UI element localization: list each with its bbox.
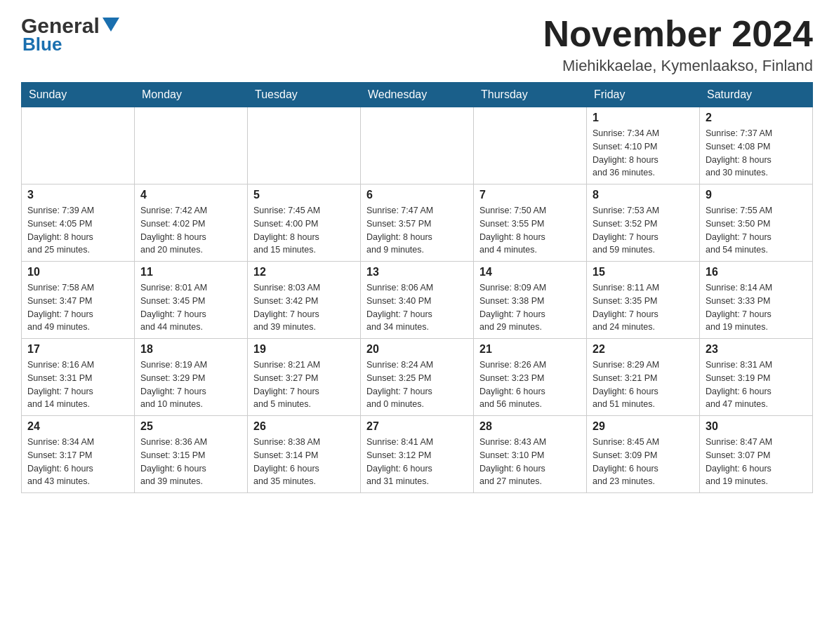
calendar-day-5-1: 24Sunrise: 8:34 AM Sunset: 3:17 PM Dayli… [22, 416, 135, 493]
day-info: Sunrise: 8:24 AM Sunset: 3:25 PM Dayligh… [366, 358, 468, 411]
day-number: 7 [479, 189, 581, 201]
calendar-week-2: 3Sunrise: 7:39 AM Sunset: 4:05 PM Daylig… [22, 185, 813, 262]
calendar-day-4-6: 22Sunrise: 8:29 AM Sunset: 3:21 PM Dayli… [587, 339, 700, 416]
day-number: 20 [366, 343, 468, 356]
day-info: Sunrise: 8:29 AM Sunset: 3:21 PM Dayligh… [593, 358, 694, 411]
page-header: General Blue November 2024 Miehikkaelae,… [21, 14, 813, 75]
calendar-day-3-4: 13Sunrise: 8:06 AM Sunset: 3:40 PM Dayli… [361, 262, 474, 339]
day-info: Sunrise: 7:39 AM Sunset: 4:05 PM Dayligh… [27, 204, 128, 257]
col-sunday: Sunday [22, 83, 135, 107]
day-number: 28 [479, 420, 581, 433]
logo-triangle-icon [101, 15, 121, 34]
calendar-week-5: 24Sunrise: 8:34 AM Sunset: 3:17 PM Dayli… [22, 416, 813, 493]
day-info: Sunrise: 8:31 AM Sunset: 3:19 PM Dayligh… [706, 358, 807, 411]
calendar-day-3-3: 12Sunrise: 8:03 AM Sunset: 3:42 PM Dayli… [248, 262, 361, 339]
day-info: Sunrise: 7:47 AM Sunset: 3:57 PM Dayligh… [366, 204, 468, 257]
calendar-week-4: 17Sunrise: 8:16 AM Sunset: 3:31 PM Dayli… [22, 339, 813, 416]
col-wednesday: Wednesday [361, 83, 474, 107]
day-info: Sunrise: 7:42 AM Sunset: 4:02 PM Dayligh… [140, 204, 241, 257]
calendar-day-5-5: 28Sunrise: 8:43 AM Sunset: 3:10 PM Dayli… [474, 416, 587, 493]
day-info: Sunrise: 8:41 AM Sunset: 3:12 PM Dayligh… [366, 436, 468, 488]
calendar-day-2-2: 4Sunrise: 7:42 AM Sunset: 4:02 PM Daylig… [135, 185, 248, 262]
day-info: Sunrise: 7:55 AM Sunset: 3:50 PM Dayligh… [706, 204, 807, 257]
day-number: 2 [706, 112, 807, 124]
logo-blue: Blue [22, 34, 62, 55]
day-number: 17 [27, 343, 128, 356]
day-info: Sunrise: 8:26 AM Sunset: 3:23 PM Dayligh… [479, 358, 581, 411]
day-info: Sunrise: 8:21 AM Sunset: 3:27 PM Dayligh… [253, 358, 355, 411]
day-number: 18 [140, 343, 241, 356]
svg-marker-0 [102, 18, 119, 32]
calendar-title: November 2024 [543, 14, 813, 54]
day-number: 30 [706, 420, 807, 433]
day-info: Sunrise: 7:34 AM Sunset: 4:10 PM Dayligh… [593, 127, 694, 180]
calendar-header-row: Sunday Monday Tuesday Wednesday Thursday… [22, 83, 813, 107]
calendar-table: Sunday Monday Tuesday Wednesday Thursday… [21, 82, 813, 493]
day-info: Sunrise: 8:43 AM Sunset: 3:10 PM Dayligh… [479, 436, 581, 488]
calendar-day-4-1: 17Sunrise: 8:16 AM Sunset: 3:31 PM Dayli… [22, 339, 135, 416]
calendar-week-3: 10Sunrise: 7:58 AM Sunset: 3:47 PM Dayli… [22, 262, 813, 339]
col-thursday: Thursday [474, 83, 587, 107]
calendar-day-2-7: 9Sunrise: 7:55 AM Sunset: 3:50 PM Daylig… [700, 185, 813, 262]
day-info: Sunrise: 8:38 AM Sunset: 3:14 PM Dayligh… [253, 436, 355, 488]
day-number: 13 [366, 266, 468, 279]
calendar-day-2-3: 5Sunrise: 7:45 AM Sunset: 4:00 PM Daylig… [248, 185, 361, 262]
day-info: Sunrise: 8:03 AM Sunset: 3:42 PM Dayligh… [253, 281, 355, 334]
day-number: 21 [479, 343, 581, 356]
calendar-day-3-5: 14Sunrise: 8:09 AM Sunset: 3:38 PM Dayli… [474, 262, 587, 339]
day-number: 27 [366, 420, 468, 433]
day-number: 8 [593, 189, 694, 201]
calendar-day-4-2: 18Sunrise: 8:19 AM Sunset: 3:29 PM Dayli… [135, 339, 248, 416]
day-info: Sunrise: 8:14 AM Sunset: 3:33 PM Dayligh… [706, 281, 807, 334]
calendar-day-3-2: 11Sunrise: 8:01 AM Sunset: 3:45 PM Dayli… [135, 262, 248, 339]
calendar-day-1-1 [22, 107, 135, 185]
day-number: 25 [140, 420, 241, 433]
day-info: Sunrise: 8:19 AM Sunset: 3:29 PM Dayligh… [140, 358, 241, 411]
day-number: 29 [593, 420, 694, 433]
day-info: Sunrise: 8:09 AM Sunset: 3:38 PM Dayligh… [479, 281, 581, 334]
day-number: 22 [593, 343, 694, 356]
day-number: 15 [593, 266, 694, 279]
col-friday: Friday [587, 83, 700, 107]
day-info: Sunrise: 8:47 AM Sunset: 3:07 PM Dayligh… [706, 436, 807, 488]
day-info: Sunrise: 8:01 AM Sunset: 3:45 PM Dayligh… [140, 281, 241, 334]
calendar-day-2-4: 6Sunrise: 7:47 AM Sunset: 3:57 PM Daylig… [361, 185, 474, 262]
day-number: 9 [706, 189, 807, 201]
day-number: 12 [253, 266, 355, 279]
calendar-day-1-2 [135, 107, 248, 185]
calendar-day-4-7: 23Sunrise: 8:31 AM Sunset: 3:19 PM Dayli… [700, 339, 813, 416]
day-number: 14 [479, 266, 581, 279]
day-number: 16 [706, 266, 807, 279]
calendar-day-3-7: 16Sunrise: 8:14 AM Sunset: 3:33 PM Dayli… [700, 262, 813, 339]
calendar-location: Miehikkaelae, Kymenlaakso, Finland [543, 57, 813, 75]
day-number: 24 [27, 420, 128, 433]
day-number: 6 [366, 189, 468, 201]
day-number: 1 [593, 112, 694, 124]
calendar-day-5-3: 26Sunrise: 8:38 AM Sunset: 3:14 PM Dayli… [248, 416, 361, 493]
calendar-day-4-3: 19Sunrise: 8:21 AM Sunset: 3:27 PM Dayli… [248, 339, 361, 416]
calendar-day-2-1: 3Sunrise: 7:39 AM Sunset: 4:05 PM Daylig… [22, 185, 135, 262]
day-number: 4 [140, 189, 241, 201]
title-block: November 2024 Miehikkaelae, Kymenlaakso,… [543, 14, 813, 75]
col-monday: Monday [135, 83, 248, 107]
day-number: 5 [253, 189, 355, 201]
day-number: 3 [27, 189, 128, 201]
calendar-day-5-2: 25Sunrise: 8:36 AM Sunset: 3:15 PM Dayli… [135, 416, 248, 493]
day-number: 10 [27, 266, 128, 279]
day-info: Sunrise: 7:45 AM Sunset: 4:00 PM Dayligh… [253, 204, 355, 257]
day-number: 11 [140, 266, 241, 279]
calendar-day-5-7: 30Sunrise: 8:47 AM Sunset: 3:07 PM Dayli… [700, 416, 813, 493]
col-tuesday: Tuesday [248, 83, 361, 107]
day-number: 23 [706, 343, 807, 356]
calendar-day-5-4: 27Sunrise: 8:41 AM Sunset: 3:12 PM Dayli… [361, 416, 474, 493]
calendar-day-3-6: 15Sunrise: 8:11 AM Sunset: 3:35 PM Dayli… [587, 262, 700, 339]
calendar-day-2-6: 8Sunrise: 7:53 AM Sunset: 3:52 PM Daylig… [587, 185, 700, 262]
day-info: Sunrise: 8:11 AM Sunset: 3:35 PM Dayligh… [593, 281, 694, 334]
day-info: Sunrise: 7:58 AM Sunset: 3:47 PM Dayligh… [27, 281, 128, 334]
day-info: Sunrise: 8:16 AM Sunset: 3:31 PM Dayligh… [27, 358, 128, 411]
day-number: 19 [253, 343, 355, 356]
day-info: Sunrise: 8:36 AM Sunset: 3:15 PM Dayligh… [140, 436, 241, 488]
calendar-day-1-5 [474, 107, 587, 185]
logo: General Blue [21, 14, 121, 55]
calendar-day-4-4: 20Sunrise: 8:24 AM Sunset: 3:25 PM Dayli… [361, 339, 474, 416]
